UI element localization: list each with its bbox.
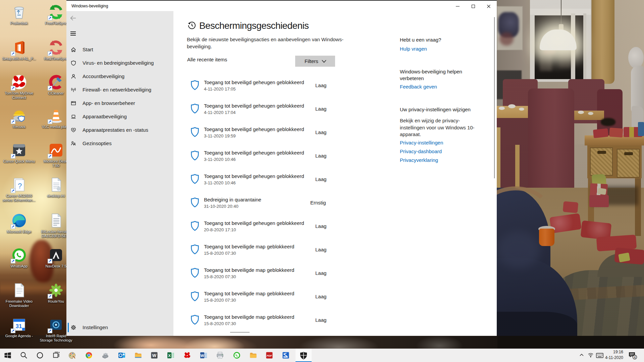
svg-text:PDF: PDF [267, 354, 272, 357]
svg-text:?: ? [18, 182, 22, 190]
svg-text:W: W [152, 353, 157, 358]
svg-text:31: 31 [16, 323, 22, 329]
svg-text:W: W [201, 354, 204, 358]
svg-text:4: 4 [634, 355, 636, 359]
svg-text:X: X [168, 354, 171, 358]
